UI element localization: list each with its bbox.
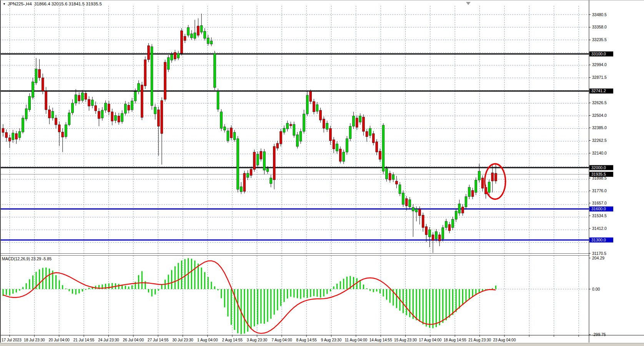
candle-body (237, 139, 239, 190)
price-tick-label: 33358.0 (592, 25, 607, 29)
candle-body (174, 52, 176, 59)
price-tick-label: 31657.0 (592, 201, 607, 205)
candle-body (58, 125, 60, 132)
candle-body (108, 104, 110, 112)
candle-body (303, 114, 305, 131)
price-tick-label: 32626.5 (592, 100, 607, 105)
candle-body (15, 133, 18, 139)
candle-body (442, 228, 444, 239)
candle-body (376, 142, 378, 152)
candle-body (128, 105, 130, 110)
candle-body (91, 100, 93, 106)
time-tick-label: 24 Jul 23:30 (98, 338, 119, 342)
candle-body (363, 117, 365, 131)
time-tick-label: 27 Jul 14:55 (148, 338, 169, 342)
symbol-dropdown-icon[interactable]: ▼ (3, 2, 6, 6)
candle-body (161, 100, 163, 133)
candle-body (320, 110, 322, 120)
candle-body (353, 116, 355, 126)
candle-body (419, 209, 421, 216)
candle-body (432, 235, 434, 241)
macd-main-value: 23.29 (31, 256, 41, 261)
candle-body (280, 131, 282, 144)
candle-body (481, 178, 484, 188)
candle-body (313, 101, 315, 112)
candle-body (82, 93, 84, 100)
price-tick-label: 33480.5 (592, 12, 607, 17)
candle-body (88, 100, 90, 106)
candle-body (415, 209, 418, 212)
candle-body (177, 53, 180, 58)
candle-body (435, 232, 438, 239)
candle-body (286, 123, 289, 129)
candle-body (223, 127, 226, 130)
window-left-border (0, 0, 1, 343)
candle-body (131, 101, 133, 110)
candle-body (429, 230, 431, 237)
candle-body (187, 28, 190, 35)
candle-body (25, 109, 27, 119)
candle-body (263, 151, 266, 170)
time-tick-label: 23 Aug 04:00 (493, 338, 516, 342)
candle-body (458, 204, 461, 213)
time-tick-label: 1 Aug 04:00 (197, 338, 218, 342)
candle-body (184, 37, 186, 41)
candle-body (35, 69, 37, 83)
ohlc-high: 32015.6 (52, 2, 68, 6)
ohlc-low: 31841.5 (69, 2, 85, 6)
chart-canvas[interactable]: 33480.533358.033235.532994.032871.532626… (0, 0, 644, 346)
candle-body (38, 70, 41, 78)
candle-body (65, 125, 67, 136)
price-badge-label: 33100.0 (591, 52, 606, 56)
candle-body (144, 60, 146, 86)
candle-body (121, 113, 123, 122)
price-badge-label: 32000.0 (591, 165, 606, 170)
candle-body (68, 113, 70, 125)
candle-body (283, 128, 285, 132)
candle-body (495, 173, 497, 181)
candle-body (290, 124, 292, 126)
candle-body (386, 169, 388, 179)
candle-body (22, 118, 24, 132)
time-tick-label: 18 Aug 14:55 (444, 338, 466, 342)
candle-body (356, 118, 358, 127)
time-tick-label: 30 Jul 23:30 (172, 338, 193, 342)
candle-body (392, 175, 394, 180)
candle-body (45, 91, 47, 110)
candle-body (333, 140, 335, 149)
ohlc-open: 31866.4 (34, 2, 50, 6)
time-tick-label: 2 Aug 14:55 (222, 338, 243, 342)
price-tick-label: 32871.5 (592, 75, 607, 80)
candle-body (475, 180, 477, 192)
candle-body (270, 178, 272, 184)
candle-body (207, 38, 209, 44)
candle-body (18, 131, 21, 138)
candle-body (72, 103, 74, 113)
time-tick-label: 26 Jul 04:00 (123, 338, 144, 342)
macd-tick-label: 204.29 (592, 256, 604, 260)
symbol-period-label: JPN225-,H4 (8, 2, 32, 6)
candle-body (445, 221, 448, 228)
candle-body (425, 226, 428, 235)
candle-body (253, 152, 256, 170)
candle-body (323, 119, 325, 128)
candle-body (98, 111, 100, 118)
candle-body (101, 110, 103, 118)
candle-body (273, 146, 275, 180)
price-badge-label: 31300.0 (591, 238, 606, 242)
candle-body (230, 128, 233, 138)
candle-body (190, 34, 193, 38)
candle-body (326, 123, 328, 129)
candle-body (157, 110, 160, 126)
candle-body (399, 185, 401, 193)
candle-body (422, 215, 424, 228)
price-tick-label: 32385.0 (592, 125, 607, 130)
candle-body (349, 126, 351, 138)
chart-window: 33480.533358.033235.532994.032871.532626… (0, 0, 644, 346)
candle-body (5, 133, 8, 138)
macd-tick-label: -299.75 (592, 332, 606, 337)
candle-body (478, 171, 481, 180)
candle-body (194, 33, 196, 38)
candle-body (293, 125, 295, 135)
price-tick-label: 31776.0 (592, 188, 607, 193)
